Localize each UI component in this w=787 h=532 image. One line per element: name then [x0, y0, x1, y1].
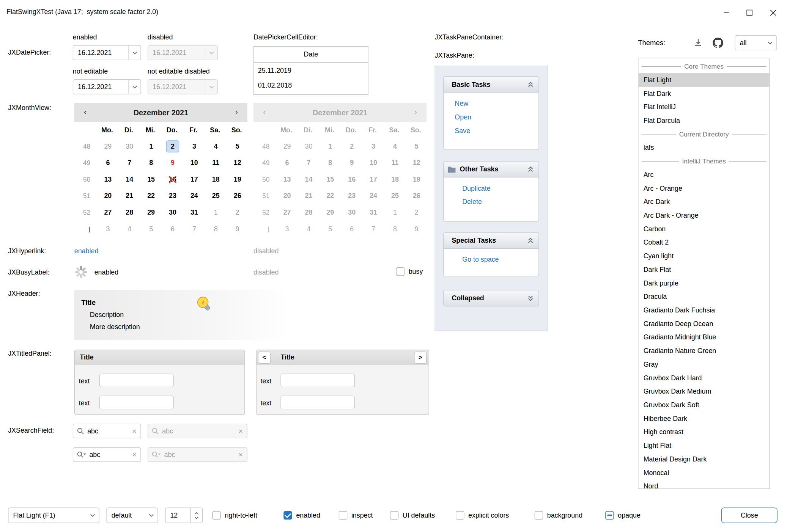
checkbox-group-inspect[interactable]: inspect [339, 508, 373, 523]
calendar-day[interactable]: 20 [96, 190, 118, 202]
calendar-day[interactable]: 7 [118, 157, 140, 169]
calendar-day[interactable]: 7 [183, 223, 204, 235]
calendar-day[interactable]: 3 [183, 140, 204, 152]
theme-list-item[interactable]: Carbon [638, 222, 769, 236]
calendar-day[interactable]: 5 [140, 223, 161, 235]
search-value[interactable]: abc [89, 451, 132, 458]
calendar-day[interactable]: 6 [96, 157, 118, 169]
calendar-day[interactable]: 10 [183, 157, 204, 169]
calendar-day[interactable]: 18 [204, 173, 226, 185]
theme-list-item[interactable]: Gradianto Nature Green [638, 344, 769, 358]
theme-list-item[interactable]: Flat Light [638, 73, 769, 87]
clear-icon[interactable]: × [132, 427, 137, 435]
theme-list-item[interactable]: Flat Darcula [638, 114, 769, 127]
calendar-day[interactable]: 26 [226, 190, 247, 202]
datepicker-enabled[interactable]: 16.12.2021 [73, 45, 141, 60]
hyperlink-enabled[interactable]: enabled [74, 247, 99, 255]
checkbox-enabled[interactable] [283, 511, 292, 519]
theme-list-item[interactable]: Hiberbee Dark [638, 412, 769, 425]
theme-list-item[interactable]: Arc Dark [638, 195, 769, 209]
theme-list-item[interactable]: Cobalt 2 [638, 236, 769, 250]
theme-list-item[interactable]: Dark Flat [638, 263, 769, 276]
theme-list-item[interactable]: Flat IntelliJ [638, 100, 769, 114]
calendar-day[interactable]: 29 [96, 140, 118, 152]
calendar-day[interactable]: 13 [96, 173, 118, 185]
calendar-day[interactable]: 9 [226, 223, 247, 235]
calendar-day[interactable]: 14 [118, 173, 140, 185]
github-icon[interactable] [711, 36, 724, 49]
theme-list-item[interactable]: Cyan light [638, 249, 769, 263]
themes-filter-combo[interactable]: all [735, 35, 777, 50]
calendar-day[interactable]: 19 [226, 173, 247, 185]
theme-list-item[interactable]: Arc Dark - Orange [638, 209, 769, 222]
taskpane-link-new[interactable]: New [444, 97, 538, 110]
search-menu-icon[interactable] [77, 451, 86, 458]
checkbox-group-right-to-left[interactable]: right-to-left [212, 508, 257, 523]
calendar-day[interactable]: 1 [140, 140, 161, 152]
calendar-day[interactable]: 21 [118, 190, 140, 202]
calendar-day[interactable]: 8 [204, 223, 226, 235]
calendar-day[interactable]: 12 [226, 157, 247, 169]
calendar-day[interactable]: 3 [96, 223, 118, 235]
theme-list-item[interactable]: Light Flat [638, 439, 769, 452]
datepicker-not-editable[interactable]: 16.12.2021 [73, 79, 141, 94]
theme-list-item[interactable]: Flat Dark [638, 87, 769, 100]
busy-checkbox[interactable] [396, 267, 405, 276]
download-icon[interactable] [692, 36, 705, 49]
table-row[interactable]: 01.02.2018 [254, 78, 368, 93]
theme-list-item[interactable]: Gruvbox Dark Soft [638, 398, 769, 412]
close-icon[interactable] [762, 0, 785, 25]
calendar-day[interactable]: 22 [140, 190, 161, 202]
theme-list-item[interactable]: Arc - Orange [638, 182, 769, 195]
theme-list-item[interactable]: Gray [638, 358, 769, 371]
calendar-day[interactable]: 30 [161, 206, 183, 218]
next-month-icon[interactable]: › [225, 107, 247, 117]
calendar-day[interactable]: 2 [226, 206, 247, 218]
calendar-day[interactable]: 25 [204, 190, 226, 202]
chevron-double-up-icon[interactable] [527, 166, 534, 173]
theme-list-item[interactable]: Gruvbox Dark Hard [638, 371, 769, 385]
cell-editor-table[interactable]: Date 25.11.201901.02.2018 [253, 46, 368, 95]
checkbox-explicit-colors[interactable] [456, 511, 464, 519]
calendar-day[interactable]: 27 [96, 206, 118, 218]
theme-list-item[interactable]: Dracula [638, 290, 769, 304]
busy-checkbox-group[interactable]: busy [396, 267, 423, 276]
calendar-day[interactable]: 9 [161, 157, 183, 169]
calendar-day[interactable]: 23 [161, 190, 183, 202]
checkbox-right-to-left[interactable] [212, 511, 221, 519]
checkbox-ui-defaults[interactable] [390, 511, 398, 519]
text-input[interactable] [99, 396, 174, 410]
calendar-day[interactable]: 17 [183, 173, 204, 185]
taskpane-link-save[interactable]: Save [444, 124, 538, 138]
clear-icon[interactable]: × [132, 450, 137, 459]
chevron-down-icon[interactable] [128, 46, 140, 60]
right-arrow-button[interactable]: > [414, 352, 427, 364]
checkbox-group-ui-defaults[interactable]: UI defaults [390, 508, 435, 523]
text-input[interactable] [280, 396, 355, 410]
calendar-day[interactable]: 5 [226, 140, 247, 152]
checkbox-group-explicit-colors[interactable]: explicit colors [456, 508, 509, 523]
search-field[interactable]: abc × [73, 424, 141, 438]
chevron-double-down-icon[interactable] [527, 295, 534, 301]
calendar-day[interactable]: 30 [118, 140, 140, 152]
checkbox-group-background[interactable]: background [535, 508, 582, 523]
theme-list-item[interactable]: lafs [638, 141, 769, 155]
taskpane-header-basic-tasks[interactable]: Basic Tasks [443, 76, 539, 93]
text-input[interactable] [99, 373, 174, 387]
calendar-day[interactable]: 16 [161, 173, 183, 185]
taskpane-link-delete[interactable]: Delete [444, 195, 538, 209]
table-column-header[interactable]: Date [254, 47, 368, 63]
calendar-day[interactable]: 28 [118, 206, 140, 218]
calendar-day[interactable]: 29 [140, 206, 161, 218]
left-arrow-button[interactable]: < [258, 352, 271, 364]
calendar-day[interactable]: 2 [161, 140, 183, 152]
chevron-double-up-icon[interactable] [527, 237, 534, 244]
search-field-with-menu[interactable]: abc × [73, 447, 141, 462]
calendar-day[interactable]: 24 [183, 190, 204, 202]
minimize-icon[interactable] [714, 0, 738, 25]
theme-list-item[interactable]: Gradianto Deep Ocean [638, 317, 769, 331]
theme-list-item[interactable]: Gradianto Midnight Blue [638, 331, 769, 344]
checkbox-opaque[interactable] [605, 511, 614, 519]
theme-list-item[interactable]: Monocai [638, 466, 769, 480]
checkbox-inspect[interactable] [339, 511, 347, 519]
